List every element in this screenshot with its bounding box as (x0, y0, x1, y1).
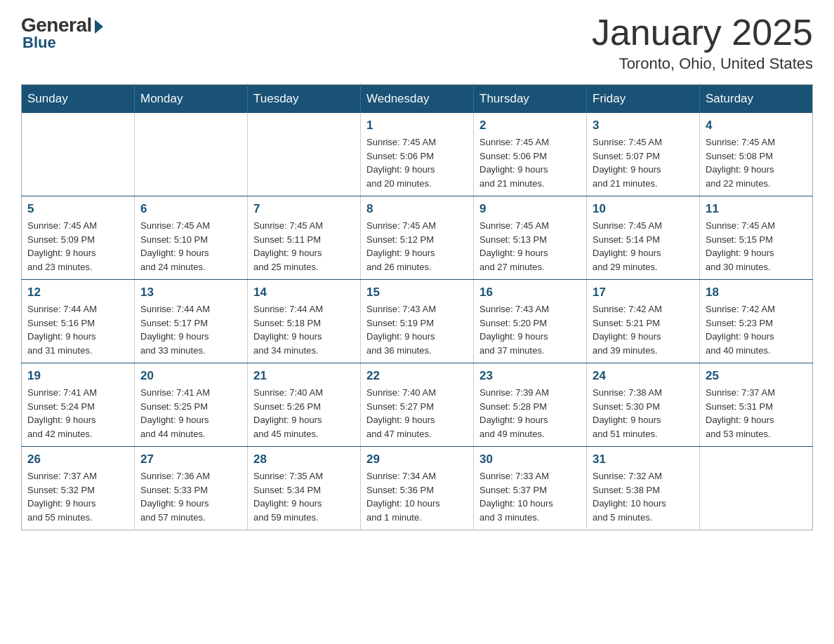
column-header-tuesday: Tuesday (248, 85, 361, 114)
column-header-sunday: Sunday (22, 85, 135, 114)
calendar-cell: 22Sunrise: 7:40 AM Sunset: 5:27 PM Dayli… (361, 363, 474, 447)
calendar-cell: 13Sunrise: 7:44 AM Sunset: 5:17 PM Dayli… (135, 280, 248, 363)
calendar-week-row: 12Sunrise: 7:44 AM Sunset: 5:16 PM Dayli… (22, 280, 813, 363)
calendar-cell (22, 113, 135, 196)
day-info: Sunrise: 7:45 AM Sunset: 5:10 PM Dayligh… (140, 219, 241, 274)
calendar-cell: 8Sunrise: 7:45 AM Sunset: 5:12 PM Daylig… (361, 196, 474, 280)
calendar-table: SundayMondayTuesdayWednesdayThursdayFrid… (21, 84, 813, 530)
day-number: 30 (479, 452, 581, 467)
day-number: 7 (253, 202, 355, 216)
calendar-cell: 1Sunrise: 7:45 AM Sunset: 5:06 PM Daylig… (361, 113, 474, 196)
day-info: Sunrise: 7:45 AM Sunset: 5:06 PM Dayligh… (366, 135, 468, 190)
day-number: 13 (140, 286, 241, 300)
day-info: Sunrise: 7:45 AM Sunset: 5:09 PM Dayligh… (27, 219, 128, 274)
calendar-week-row: 19Sunrise: 7:41 AM Sunset: 5:24 PM Dayli… (22, 363, 813, 447)
day-number: 16 (479, 286, 581, 300)
day-info: Sunrise: 7:39 AM Sunset: 5:28 PM Dayligh… (479, 386, 581, 441)
day-number: 31 (593, 452, 694, 467)
day-number: 18 (706, 286, 807, 300)
day-info: Sunrise: 7:41 AM Sunset: 5:24 PM Dayligh… (27, 386, 128, 441)
calendar-cell: 27Sunrise: 7:36 AM Sunset: 5:33 PM Dayli… (135, 447, 248, 530)
calendar-cell: 9Sunrise: 7:45 AM Sunset: 5:13 PM Daylig… (474, 196, 587, 280)
calendar-cell: 15Sunrise: 7:43 AM Sunset: 5:19 PM Dayli… (361, 280, 474, 363)
day-info: Sunrise: 7:37 AM Sunset: 5:32 PM Dayligh… (27, 469, 128, 524)
day-number: 25 (706, 369, 807, 383)
calendar-cell: 12Sunrise: 7:44 AM Sunset: 5:16 PM Dayli… (22, 280, 135, 363)
calendar-cell: 7Sunrise: 7:45 AM Sunset: 5:11 PM Daylig… (248, 196, 361, 280)
calendar-cell: 4Sunrise: 7:45 AM Sunset: 5:08 PM Daylig… (700, 113, 813, 196)
day-number: 27 (140, 452, 241, 467)
day-number: 15 (366, 286, 468, 300)
day-info: Sunrise: 7:38 AM Sunset: 5:30 PM Dayligh… (593, 386, 694, 441)
calendar-cell: 29Sunrise: 7:34 AM Sunset: 5:36 PM Dayli… (361, 447, 474, 530)
calendar-cell: 31Sunrise: 7:32 AM Sunset: 5:38 PM Dayli… (587, 447, 700, 530)
calendar-cell: 6Sunrise: 7:45 AM Sunset: 5:10 PM Daylig… (135, 196, 248, 280)
logo-arrow-icon (95, 20, 103, 34)
day-info: Sunrise: 7:45 AM Sunset: 5:08 PM Dayligh… (706, 135, 807, 190)
day-info: Sunrise: 7:36 AM Sunset: 5:33 PM Dayligh… (140, 469, 241, 524)
calendar-cell: 20Sunrise: 7:41 AM Sunset: 5:25 PM Dayli… (135, 363, 248, 447)
day-info: Sunrise: 7:40 AM Sunset: 5:26 PM Dayligh… (253, 386, 355, 441)
calendar-cell: 11Sunrise: 7:45 AM Sunset: 5:15 PM Dayli… (700, 196, 813, 280)
calendar-cell: 17Sunrise: 7:42 AM Sunset: 5:21 PM Dayli… (587, 280, 700, 363)
day-info: Sunrise: 7:43 AM Sunset: 5:19 PM Dayligh… (366, 302, 468, 357)
day-number: 24 (593, 369, 694, 383)
day-number: 9 (479, 202, 581, 216)
column-header-thursday: Thursday (474, 85, 587, 114)
day-info: Sunrise: 7:33 AM Sunset: 5:37 PM Dayligh… (479, 469, 581, 524)
calendar-cell: 28Sunrise: 7:35 AM Sunset: 5:34 PM Dayli… (248, 447, 361, 530)
day-info: Sunrise: 7:45 AM Sunset: 5:13 PM Dayligh… (479, 219, 581, 274)
day-info: Sunrise: 7:45 AM Sunset: 5:15 PM Dayligh… (706, 219, 807, 274)
day-info: Sunrise: 7:45 AM Sunset: 5:14 PM Dayligh… (593, 219, 694, 274)
day-number: 6 (140, 202, 241, 216)
day-info: Sunrise: 7:42 AM Sunset: 5:23 PM Dayligh… (706, 302, 807, 357)
day-info: Sunrise: 7:45 AM Sunset: 5:07 PM Dayligh… (593, 135, 694, 190)
page-header: General Blue January 2025 Toronto, Ohio,… (21, 14, 813, 73)
day-number: 10 (593, 202, 694, 216)
logo-blue-text: Blue (22, 34, 56, 52)
calendar-week-row: 5Sunrise: 7:45 AM Sunset: 5:09 PM Daylig… (22, 196, 813, 280)
day-number: 17 (593, 286, 694, 300)
calendar-cell: 21Sunrise: 7:40 AM Sunset: 5:26 PM Dayli… (248, 363, 361, 447)
calendar-cell: 5Sunrise: 7:45 AM Sunset: 5:09 PM Daylig… (22, 196, 135, 280)
calendar-week-row: 1Sunrise: 7:45 AM Sunset: 5:06 PM Daylig… (22, 113, 813, 196)
day-number: 1 (366, 119, 468, 133)
day-number: 14 (253, 286, 355, 300)
day-info: Sunrise: 7:44 AM Sunset: 5:16 PM Dayligh… (27, 302, 128, 357)
calendar-cell: 30Sunrise: 7:33 AM Sunset: 5:37 PM Dayli… (474, 447, 587, 530)
calendar-cell: 25Sunrise: 7:37 AM Sunset: 5:31 PM Dayli… (700, 363, 813, 447)
day-number: 12 (27, 286, 128, 300)
calendar-cell: 26Sunrise: 7:37 AM Sunset: 5:32 PM Dayli… (22, 447, 135, 530)
day-info: Sunrise: 7:45 AM Sunset: 5:06 PM Dayligh… (479, 135, 581, 190)
day-info: Sunrise: 7:37 AM Sunset: 5:31 PM Dayligh… (706, 386, 807, 441)
day-number: 28 (253, 452, 355, 467)
day-number: 5 (27, 202, 128, 216)
column-header-friday: Friday (587, 85, 700, 114)
day-number: 29 (366, 452, 468, 467)
calendar-cell: 10Sunrise: 7:45 AM Sunset: 5:14 PM Dayli… (587, 196, 700, 280)
calendar-cell: 3Sunrise: 7:45 AM Sunset: 5:07 PM Daylig… (587, 113, 700, 196)
calendar-cell: 14Sunrise: 7:44 AM Sunset: 5:18 PM Dayli… (248, 280, 361, 363)
day-info: Sunrise: 7:45 AM Sunset: 5:11 PM Dayligh… (253, 219, 355, 274)
calendar-cell: 2Sunrise: 7:45 AM Sunset: 5:06 PM Daylig… (474, 113, 587, 196)
column-header-saturday: Saturday (700, 85, 813, 114)
column-header-monday: Monday (135, 85, 248, 114)
column-header-wednesday: Wednesday (361, 85, 474, 114)
day-info: Sunrise: 7:44 AM Sunset: 5:18 PM Dayligh… (253, 302, 355, 357)
day-info: Sunrise: 7:34 AM Sunset: 5:36 PM Dayligh… (366, 469, 468, 524)
day-info: Sunrise: 7:42 AM Sunset: 5:21 PM Dayligh… (593, 302, 694, 357)
location-label: Toronto, Ohio, United States (592, 55, 813, 73)
calendar-cell (700, 447, 813, 530)
day-number: 20 (140, 369, 241, 383)
title-section: January 2025 Toronto, Ohio, United State… (592, 14, 813, 73)
day-number: 22 (366, 369, 468, 383)
day-number: 8 (366, 202, 468, 216)
calendar-cell: 18Sunrise: 7:42 AM Sunset: 5:23 PM Dayli… (700, 280, 813, 363)
day-number: 19 (27, 369, 128, 383)
day-number: 23 (479, 369, 581, 383)
day-number: 26 (27, 452, 128, 467)
calendar-cell: 24Sunrise: 7:38 AM Sunset: 5:30 PM Dayli… (587, 363, 700, 447)
day-info: Sunrise: 7:32 AM Sunset: 5:38 PM Dayligh… (593, 469, 694, 524)
day-number: 11 (706, 202, 807, 216)
day-number: 21 (253, 369, 355, 383)
